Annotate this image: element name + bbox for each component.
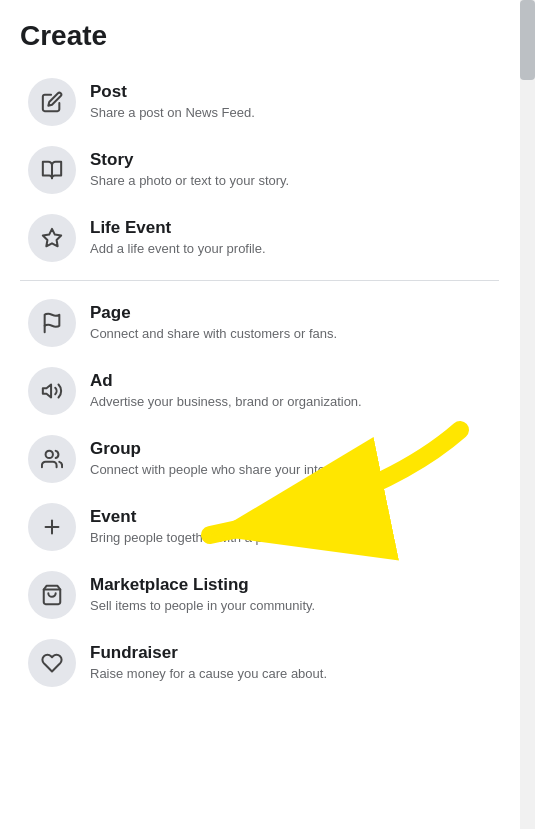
svg-marker-0 (43, 229, 61, 246)
svg-point-3 (46, 451, 53, 458)
event-label: Event (90, 506, 386, 528)
menu-item-ad[interactable]: Ad Advertise your business, brand or org… (20, 357, 499, 425)
menu-item-event[interactable]: Event Bring people together with a publi… (20, 493, 499, 561)
menu-item-post[interactable]: Post Share a post on News Feed. (20, 68, 499, 136)
page-desc: Connect and share with customers or fans… (90, 325, 337, 343)
page-title: Create (20, 20, 499, 52)
post-icon (28, 78, 76, 126)
menu-item-life-event[interactable]: Life Event Add a life event to your prof… (20, 204, 499, 272)
story-desc: Share a photo or text to your story. (90, 172, 289, 190)
life-event-icon (28, 214, 76, 262)
event-icon (28, 503, 76, 551)
menu-item-page[interactable]: Page Connect and share with customers or… (20, 289, 499, 357)
post-text: Post Share a post on News Feed. (90, 81, 255, 122)
ad-icon (28, 367, 76, 415)
ad-desc: Advertise your business, brand or organi… (90, 393, 362, 411)
life-event-text: Life Event Add a life event to your prof… (90, 217, 266, 258)
page-text: Page Connect and share with customers or… (90, 302, 337, 343)
svg-marker-2 (43, 385, 51, 398)
page-label: Page (90, 302, 337, 324)
main-container[interactable]: Create Post Share a post on News Feed. S… (0, 0, 515, 829)
marketplace-icon (28, 571, 76, 619)
story-icon (28, 146, 76, 194)
menu-item-fundraiser[interactable]: Fundraiser Raise money for a cause you c… (20, 629, 499, 697)
scrollbar-track[interactable] (520, 0, 535, 829)
fundraiser-text: Fundraiser Raise money for a cause you c… (90, 642, 327, 683)
group-text: Group Connect with people who share your… (90, 438, 357, 479)
event-text: Event Bring people together with a publi… (90, 506, 386, 547)
fundraiser-label: Fundraiser (90, 642, 327, 664)
group-desc: Connect with people who share your inter… (90, 461, 357, 479)
marketplace-desc: Sell items to people in your community. (90, 597, 315, 615)
menu-list: Post Share a post on News Feed. Story Sh… (20, 68, 499, 697)
life-event-label: Life Event (90, 217, 266, 239)
ad-text: Ad Advertise your business, brand or org… (90, 370, 362, 411)
marketplace-label: Marketplace Listing (90, 574, 315, 596)
group-icon (28, 435, 76, 483)
menu-item-group[interactable]: Group Connect with people who share your… (20, 425, 499, 493)
marketplace-text: Marketplace Listing Sell items to people… (90, 574, 315, 615)
story-text: Story Share a photo or text to your stor… (90, 149, 289, 190)
group-label: Group (90, 438, 357, 460)
menu-item-marketplace[interactable]: Marketplace Listing Sell items to people… (20, 561, 499, 629)
menu-item-story[interactable]: Story Share a photo or text to your stor… (20, 136, 499, 204)
post-label: Post (90, 81, 255, 103)
page-icon (28, 299, 76, 347)
story-label: Story (90, 149, 289, 171)
ad-label: Ad (90, 370, 362, 392)
event-desc: Bring people together with a public or p… (90, 529, 386, 547)
section-divider (20, 280, 499, 281)
post-desc: Share a post on News Feed. (90, 104, 255, 122)
scrollbar-thumb[interactable] (520, 0, 535, 80)
life-event-desc: Add a life event to your profile. (90, 240, 266, 258)
fundraiser-icon (28, 639, 76, 687)
fundraiser-desc: Raise money for a cause you care about. (90, 665, 327, 683)
